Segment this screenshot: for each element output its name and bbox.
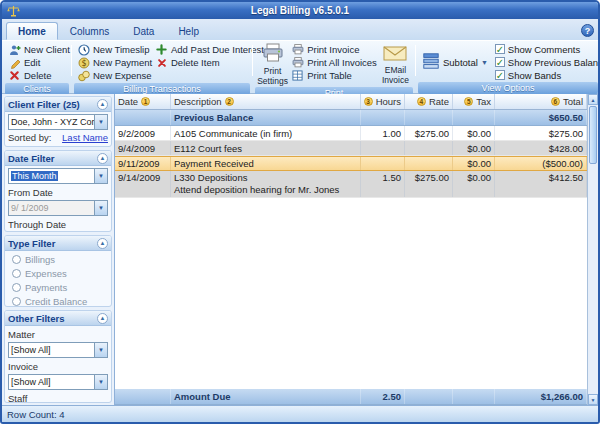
previous-balance-band: Previous Balance $650.50 [115, 110, 587, 126]
subtotal-dropdown-caret-icon[interactable]: ▼ [481, 59, 488, 66]
cell-tax: $0.00 [453, 157, 495, 170]
description-line2: Attend deposition hearing for Mr. Jones [174, 184, 339, 196]
chevron-down-icon[interactable]: ▼ [94, 169, 107, 183]
cell-total: $428.00 [495, 141, 587, 155]
table-row[interactable]: 9/14/2009 L330 Depositions Attend deposi… [115, 171, 587, 198]
delete-client-button[interactable]: Delete [6, 69, 68, 82]
grid-header-row: Date 1 Description 2 3 Hours 4 Rate [115, 94, 587, 110]
other-filters-title: Other Filters [8, 313, 65, 324]
table-row[interactable]: 9/4/2009 E112 Court fees $0.00 $428.00 [115, 141, 587, 156]
client-filter-panel: Client Filter (25) ▲ Doe, John - XYZ Cor… [4, 96, 112, 147]
column-header-description[interactable]: Description 2 [171, 94, 361, 109]
radio-icon[interactable] [12, 297, 21, 306]
delete-item-x-icon [155, 56, 168, 69]
cell-tax: $0.00 [453, 171, 495, 197]
status-bar: Row Count: 4 [2, 405, 598, 422]
edit-client-button[interactable]: Edit [6, 56, 68, 69]
delete-x-icon [8, 69, 21, 82]
radio-icon[interactable] [12, 255, 21, 264]
radio-billings[interactable]: Billings [8, 253, 108, 265]
title-bar: Legal Billing v6.5.0.1 [2, 2, 598, 19]
client-select[interactable]: Doe, John - XYZ Corporation ▼ [8, 114, 108, 130]
client-select-value: Doe, John - XYZ Corporation [9, 115, 94, 129]
date-filter-header[interactable]: Date Filter ▲ [5, 151, 111, 166]
scrollbar-thumb[interactable] [589, 106, 597, 164]
column-header-total[interactable]: 6 Total [495, 94, 587, 109]
date-filter-title: Date Filter [8, 153, 54, 164]
new-payment-button[interactable]: $ New Payment [75, 56, 153, 69]
show-comments-checkbox[interactable]: Show Comments [495, 43, 600, 55]
chevron-down-icon[interactable]: ▼ [94, 201, 107, 215]
checkbox-icon[interactable] [495, 44, 505, 54]
collapse-chevron-icon[interactable]: ▲ [97, 99, 108, 110]
help-button[interactable]: ? [581, 24, 594, 37]
new-timeslip-label: New Timeslip [93, 44, 150, 55]
column-header-date[interactable]: Date 1 [115, 94, 171, 109]
invoice-select[interactable]: [Show All] ▼ [8, 374, 108, 390]
chevron-down-icon[interactable]: ▼ [94, 375, 107, 389]
from-date-field[interactable]: 9/ 1/2009 ▼ [8, 200, 108, 216]
matter-select[interactable]: [Show All] ▼ [8, 342, 108, 358]
radio-payments[interactable]: Payments [8, 281, 108, 293]
amount-due-hours: 2.50 [361, 389, 405, 404]
table-row[interactable]: 9/2/2009 A105 Communicate (in firm) 1.00… [115, 126, 587, 141]
chevron-down-icon[interactable]: ▼ [94, 343, 107, 357]
tab-data[interactable]: Data [121, 22, 166, 40]
collapse-chevron-icon[interactable]: ▲ [97, 153, 108, 164]
checkbox-icon[interactable] [495, 70, 505, 80]
email-invoice-button[interactable]: EMail Invoice [379, 43, 412, 86]
tab-help[interactable]: Help [166, 22, 211, 40]
toolbar-separator [252, 45, 253, 76]
group-filter-link[interactable]: All [97, 145, 108, 147]
scrollbar-track[interactable] [588, 165, 598, 394]
cell-rate: $275.00 [405, 171, 453, 197]
add-past-due-interest-button[interactable]: Add Past Due Interest [153, 43, 266, 56]
tab-columns[interactable]: Columns [58, 22, 121, 40]
radio-expenses[interactable]: Expenses [8, 267, 108, 279]
radio-icon[interactable] [12, 283, 21, 292]
radio-credit-balance[interactable]: Credit Balance [8, 295, 108, 307]
table-row-selected[interactable]: 9/11/2009 Payment Received $0.00 ($500.0… [115, 156, 587, 171]
new-client-label: New Client [24, 44, 70, 55]
date-preset-select[interactable]: This Month ▼ [8, 168, 108, 184]
show-bands-checkbox[interactable]: Show Bands [495, 69, 600, 81]
tab-home[interactable]: Home [6, 22, 58, 40]
show-previous-balance-checkbox[interactable]: Show Previous Balance [495, 56, 600, 68]
new-client-icon [8, 43, 21, 56]
add-plus-icon [155, 43, 168, 56]
column-header-rate[interactable]: 4 Rate [405, 94, 453, 109]
scroll-up-arrow-icon[interactable]: ▲ [588, 94, 598, 105]
checkbox-icon[interactable] [495, 57, 505, 67]
scroll-down-arrow-icon[interactable]: ▼ [588, 394, 598, 405]
new-payment-label: New Payment [93, 57, 152, 68]
client-filter-header[interactable]: Client Filter (25) ▲ [5, 97, 111, 112]
ribbon-toolbar: New Client Edit Delete Clients [2, 40, 598, 94]
subtotal-label: Subtotal [443, 57, 478, 68]
sorted-by-link[interactable]: Last Name [62, 132, 108, 143]
collapse-chevron-icon[interactable]: ▲ [97, 313, 108, 324]
radio-icon[interactable] [12, 269, 21, 278]
delete-item-button[interactable]: Delete Item [153, 56, 266, 69]
scales-icon [7, 5, 21, 17]
cell-description: L330 Depositions Attend deposition heari… [171, 171, 361, 197]
cell-date: 9/4/2009 [115, 141, 171, 155]
chevron-down-icon[interactable]: ▼ [94, 115, 107, 129]
type-filter-title: Type Filter [8, 238, 55, 249]
subtotal-button[interactable]: Subtotal ▼ [419, 52, 491, 72]
other-filters-header[interactable]: Other Filters ▲ [5, 311, 111, 326]
type-filter-header[interactable]: Type Filter ▲ [5, 236, 111, 251]
print-settings-button[interactable]: Print Settings [256, 43, 289, 86]
vertical-scrollbar[interactable]: ▲ ▼ [587, 94, 598, 405]
new-expense-button[interactable]: New Expense [75, 69, 153, 82]
column-header-hours[interactable]: 3 Hours [361, 94, 405, 109]
column-header-tax[interactable]: 5 Tax [453, 94, 495, 109]
collapse-chevron-icon[interactable]: ▲ [97, 238, 108, 249]
group-print: Print Settings Print Invoice Print All I… [254, 42, 414, 91]
print-all-invoices-button[interactable]: Print All Invoices [289, 56, 379, 69]
new-client-button[interactable]: New Client [6, 43, 68, 56]
new-timeslip-button[interactable]: New Timeslip [75, 43, 153, 56]
tax-header-label: Tax [476, 96, 491, 107]
print-invoice-button[interactable]: Print Invoice [289, 43, 379, 56]
printer-small-icon [291, 56, 304, 69]
print-table-button[interactable]: Print Table [289, 69, 379, 82]
